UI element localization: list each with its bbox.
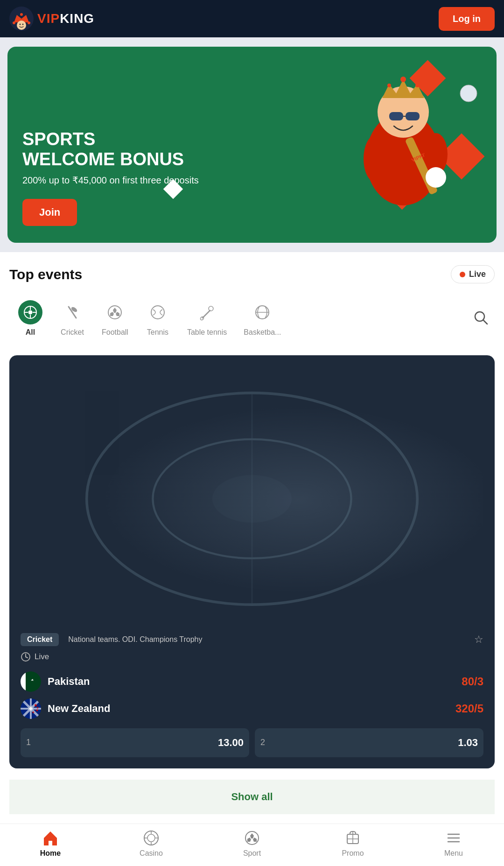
svg-point-36	[209, 306, 213, 311]
clock-icon	[21, 652, 31, 662]
filter-tennis[interactable]: Tennis	[137, 295, 179, 342]
filter-cricket-label: Cricket	[61, 328, 84, 337]
cricket-icon-wrap	[60, 300, 84, 324]
player-figure: VIPKING!	[324, 65, 483, 243]
top-events-header: Top events Live	[9, 265, 495, 283]
svg-point-6	[20, 24, 21, 25]
logo-icon	[9, 7, 34, 31]
top-events-title: Top events	[9, 267, 82, 282]
svg-point-41	[475, 312, 484, 321]
team-1-name: Pakistan	[48, 676, 90, 688]
svg-line-49	[26, 657, 28, 658]
svg-marker-32	[113, 308, 117, 313]
home-icon	[42, 830, 59, 846]
bet-2-odds: 1.03	[458, 737, 478, 749]
svg-text:★: ★	[36, 706, 39, 709]
filter-all[interactable]: All	[9, 295, 51, 342]
filter-basketball[interactable]: Basketba...	[235, 295, 289, 342]
svg-rect-51	[21, 671, 26, 692]
nav-home[interactable]: Home	[32, 830, 69, 858]
team-row-1: Pakistan 80/3	[21, 671, 483, 692]
favorite-button[interactable]: ☆	[474, 634, 483, 646]
svg-point-5	[17, 21, 26, 30]
filter-table-tennis[interactable]: Table tennis	[179, 295, 235, 342]
bet-1-odds: 13.00	[218, 737, 244, 749]
football-icon-wrap	[103, 300, 127, 324]
svg-point-2	[13, 21, 15, 24]
svg-point-3	[20, 13, 23, 16]
search-button[interactable]	[467, 303, 495, 333]
basketball-icon	[254, 304, 271, 321]
promo-icon	[344, 830, 361, 846]
filter-football[interactable]: Football	[93, 295, 137, 342]
svg-point-22	[460, 85, 477, 102]
live-label: Live	[469, 269, 486, 279]
svg-point-19	[364, 135, 387, 182]
cricket-icon	[64, 304, 81, 321]
nav-menu[interactable]: Menu	[435, 830, 472, 858]
team-1-score: 80/3	[462, 675, 483, 688]
menu-icon-svg	[445, 830, 462, 846]
basketball-icon-wrap	[250, 300, 274, 324]
search-icon	[472, 309, 489, 326]
filter-table-tennis-label: Table tennis	[187, 328, 227, 337]
banner-subtitle: 200% up to ₹45,000 on first three deposi…	[22, 175, 275, 186]
event-tag-row: Cricket National teams. ODI. Champions T…	[21, 633, 483, 646]
login-button[interactable]: Log in	[439, 7, 495, 31]
sport-icon	[244, 830, 260, 846]
logo-text: VIPKING	[37, 11, 94, 26]
svg-point-12	[387, 84, 391, 87]
svg-marker-72	[247, 838, 251, 842]
team-row-2: ★ ★ ★ ★ New Zealand 320/5	[21, 698, 483, 719]
nav-casino[interactable]: Casino	[133, 830, 170, 858]
svg-marker-34	[116, 312, 119, 316]
svg-marker-73	[253, 838, 257, 842]
newzealand-flag: ★ ★ ★ ★	[21, 698, 41, 719]
header: VIPKING Log in	[0, 0, 504, 37]
live-badge[interactable]: Live	[451, 265, 495, 283]
football-icon	[106, 304, 123, 321]
sport-icon-svg	[244, 830, 260, 846]
live-dot	[460, 272, 465, 277]
svg-line-42	[483, 320, 487, 324]
pakistan-flag-svg	[21, 671, 41, 692]
nav-sport-label: Sport	[243, 849, 261, 858]
svg-line-37	[203, 310, 210, 318]
join-button[interactable]: Join	[22, 199, 77, 226]
live-text: Live	[35, 652, 49, 662]
nav-promo[interactable]: Promo	[334, 830, 371, 858]
event-tag: Cricket	[21, 633, 59, 646]
team-2-score: 320/5	[455, 702, 483, 715]
nav-home-label: Home	[40, 849, 61, 858]
bet-buttons: 1 13.00 2 1.03	[21, 728, 483, 757]
nav-casino-label: Casino	[140, 849, 163, 858]
nav-promo-label: Promo	[342, 849, 364, 858]
svg-point-35	[151, 306, 164, 319]
filter-cricket[interactable]: Cricket	[51, 295, 93, 342]
live-indicator: Live	[21, 652, 483, 662]
pakistan-flag	[21, 671, 41, 692]
show-all-button[interactable]: Show all	[9, 780, 495, 814]
bet-1-num: 1	[26, 738, 31, 747]
tennis-icon-wrap	[146, 300, 170, 324]
stadium-bg	[21, 366, 483, 631]
svg-point-21	[426, 167, 446, 188]
table-tennis-icon	[199, 304, 216, 321]
casino-icon	[143, 830, 160, 846]
svg-point-4	[28, 21, 30, 24]
svg-point-11	[400, 77, 406, 82]
bet-button-2[interactable]: 2 1.03	[255, 728, 483, 757]
filter-tennis-label: Tennis	[147, 328, 168, 337]
nav-menu-label: Menu	[444, 849, 463, 858]
filter-basketball-label: Basketba...	[244, 328, 281, 337]
bet-2-num: 2	[260, 738, 265, 747]
nav-sport[interactable]: Sport	[233, 830, 271, 858]
filter-all-label: All	[26, 328, 35, 337]
svg-rect-15	[406, 112, 420, 120]
svg-point-7	[22, 24, 24, 25]
bet-button-1[interactable]: 1 13.00	[21, 728, 249, 757]
svg-rect-14	[389, 112, 403, 120]
main-content: Top events Live All	[0, 252, 504, 827]
compass-icon	[23, 305, 37, 319]
svg-point-24	[28, 310, 32, 314]
